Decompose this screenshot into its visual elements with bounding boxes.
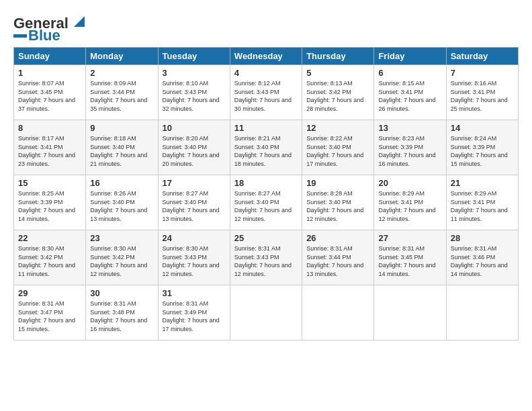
cell-sunrise: Sunrise: 8:16 AMSunset: 3:41 PMDaylight:…: [451, 80, 508, 112]
day-number: 19: [306, 178, 369, 188]
logo-blue: Blue: [28, 28, 60, 43]
day-number: 31: [163, 288, 226, 298]
day-number: 28: [451, 233, 514, 243]
day-number: 21: [451, 178, 514, 188]
calendar-cell: 18 Sunrise: 8:27 AMSunset: 3:40 PMDaylig…: [230, 175, 302, 230]
day-number: 2: [90, 68, 153, 78]
calendar-cell: 21 Sunrise: 8:29 AMSunset: 3:41 PMDaylig…: [446, 175, 518, 230]
day-number: 8: [18, 123, 81, 133]
cell-sunrise: Sunrise: 8:29 AMSunset: 3:41 PMDaylight:…: [378, 190, 435, 222]
calendar-cell: 11 Sunrise: 8:21 AMSunset: 3:40 PMDaylig…: [230, 120, 302, 175]
cell-sunrise: Sunrise: 8:29 AMSunset: 3:41 PMDaylight:…: [451, 190, 508, 222]
calendar-header-row: SundayMondayTuesdayWednesdayThursdayFrid…: [14, 48, 519, 65]
cell-sunrise: Sunrise: 8:07 AMSunset: 3:45 PMDaylight:…: [18, 80, 75, 112]
day-number: 11: [234, 123, 298, 133]
header: General Blue: [13, 12, 519, 43]
day-number: 26: [306, 233, 369, 243]
cell-sunrise: Sunrise: 8:31 AMSunset: 3:49 PMDaylight:…: [163, 300, 220, 332]
cell-sunrise: Sunrise: 8:21 AMSunset: 3:40 PMDaylight:…: [234, 135, 292, 167]
cell-sunrise: Sunrise: 8:12 AMSunset: 3:43 PMDaylight:…: [234, 80, 292, 112]
cell-sunrise: Sunrise: 8:13 AMSunset: 3:42 PMDaylight:…: [306, 80, 363, 112]
calendar-cell: 27 Sunrise: 8:31 AMSunset: 3:45 PMDaylig…: [374, 230, 446, 285]
cell-sunrise: Sunrise: 8:28 AMSunset: 3:40 PMDaylight:…: [306, 190, 363, 222]
calendar-cell: 19 Sunrise: 8:28 AMSunset: 3:40 PMDaylig…: [302, 175, 374, 230]
logo-bar: [13, 34, 27, 38]
calendar-cell: 6 Sunrise: 8:15 AMSunset: 3:41 PMDayligh…: [374, 65, 446, 120]
calendar-week-2: 8 Sunrise: 8:17 AMSunset: 3:41 PMDayligh…: [14, 120, 519, 175]
day-number: 16: [90, 178, 153, 188]
calendar-cell: [230, 285, 302, 340]
calendar-cell: 2 Sunrise: 8:09 AMSunset: 3:44 PMDayligh…: [86, 65, 158, 120]
cell-sunrise: Sunrise: 8:10 AMSunset: 3:43 PMDaylight:…: [163, 80, 220, 112]
day-number: 29: [18, 288, 81, 298]
calendar-cell: 15 Sunrise: 8:25 AMSunset: 3:39 PMDaylig…: [14, 175, 86, 230]
page: General Blue SundayMondayTuesdayWednesda…: [0, 0, 532, 347]
calendar-week-5: 29 Sunrise: 8:31 AMSunset: 3:47 PMDaylig…: [14, 285, 519, 340]
cell-sunrise: Sunrise: 8:30 AMSunset: 3:42 PMDaylight:…: [18, 245, 75, 277]
day-header-thursday: Thursday: [302, 48, 374, 65]
day-header-friday: Friday: [374, 48, 446, 65]
calendar-cell: 22 Sunrise: 8:30 AMSunset: 3:42 PMDaylig…: [14, 230, 86, 285]
day-header-wednesday: Wednesday: [230, 48, 302, 65]
calendar-cell: 7 Sunrise: 8:16 AMSunset: 3:41 PMDayligh…: [446, 65, 518, 120]
calendar-cell: 1 Sunrise: 8:07 AMSunset: 3:45 PMDayligh…: [14, 65, 86, 120]
calendar-week-1: 1 Sunrise: 8:07 AMSunset: 3:45 PMDayligh…: [14, 65, 519, 120]
calendar-cell: 23 Sunrise: 8:30 AMSunset: 3:42 PMDaylig…: [86, 230, 158, 285]
calendar-week-3: 15 Sunrise: 8:25 AMSunset: 3:39 PMDaylig…: [14, 175, 519, 230]
cell-sunrise: Sunrise: 8:27 AMSunset: 3:40 PMDaylight:…: [234, 190, 292, 222]
cell-sunrise: Sunrise: 8:31 AMSunset: 3:43 PMDaylight:…: [234, 245, 292, 277]
day-number: 23: [90, 233, 153, 243]
cell-sunrise: Sunrise: 8:25 AMSunset: 3:39 PMDaylight:…: [18, 190, 75, 222]
cell-sunrise: Sunrise: 8:26 AMSunset: 3:40 PMDaylight:…: [90, 190, 147, 222]
day-number: 12: [306, 123, 369, 133]
day-number: 9: [90, 123, 153, 133]
cell-sunrise: Sunrise: 8:22 AMSunset: 3:40 PMDaylight:…: [306, 135, 363, 167]
day-number: 25: [234, 233, 298, 243]
cell-sunrise: Sunrise: 8:30 AMSunset: 3:43 PMDaylight:…: [163, 245, 220, 277]
day-number: 6: [378, 68, 441, 78]
day-header-saturday: Saturday: [446, 48, 518, 65]
day-number: 4: [234, 68, 298, 78]
day-number: 3: [163, 68, 226, 78]
cell-sunrise: Sunrise: 8:20 AMSunset: 3:40 PMDaylight:…: [163, 135, 220, 167]
calendar-cell: 29 Sunrise: 8:31 AMSunset: 3:47 PMDaylig…: [14, 285, 86, 340]
cell-sunrise: Sunrise: 8:17 AMSunset: 3:41 PMDaylight:…: [18, 135, 75, 167]
calendar-cell: 12 Sunrise: 8:22 AMSunset: 3:40 PMDaylig…: [302, 120, 374, 175]
day-number: 10: [163, 123, 226, 133]
day-number: 13: [378, 123, 441, 133]
calendar-cell: 8 Sunrise: 8:17 AMSunset: 3:41 PMDayligh…: [14, 120, 86, 175]
calendar-cell: 24 Sunrise: 8:30 AMSunset: 3:43 PMDaylig…: [158, 230, 230, 285]
day-header-tuesday: Tuesday: [158, 48, 230, 65]
cell-sunrise: Sunrise: 8:23 AMSunset: 3:39 PMDaylight:…: [378, 135, 435, 167]
cell-sunrise: Sunrise: 8:27 AMSunset: 3:40 PMDaylight:…: [163, 190, 220, 222]
cell-sunrise: Sunrise: 8:15 AMSunset: 3:41 PMDaylight:…: [378, 80, 435, 112]
day-number: 1: [18, 68, 81, 78]
calendar-cell: 17 Sunrise: 8:27 AMSunset: 3:40 PMDaylig…: [158, 175, 230, 230]
calendar-table: SundayMondayTuesdayWednesdayThursdayFrid…: [13, 47, 519, 340]
calendar-cell: 9 Sunrise: 8:18 AMSunset: 3:40 PMDayligh…: [86, 120, 158, 175]
cell-sunrise: Sunrise: 8:31 AMSunset: 3:46 PMDaylight:…: [451, 245, 508, 277]
calendar-cell: [302, 285, 374, 340]
svg-marker-0: [74, 16, 85, 27]
cell-sunrise: Sunrise: 8:31 AMSunset: 3:44 PMDaylight:…: [306, 245, 363, 277]
day-number: 22: [18, 233, 81, 243]
day-header-monday: Monday: [86, 48, 158, 65]
cell-sunrise: Sunrise: 8:30 AMSunset: 3:42 PMDaylight:…: [90, 245, 147, 277]
day-number: 7: [451, 68, 514, 78]
calendar-cell: 13 Sunrise: 8:23 AMSunset: 3:39 PMDaylig…: [374, 120, 446, 175]
calendar-cell: 30 Sunrise: 8:31 AMSunset: 3:48 PMDaylig…: [86, 285, 158, 340]
cell-sunrise: Sunrise: 8:31 AMSunset: 3:45 PMDaylight:…: [378, 245, 435, 277]
calendar-cell: 26 Sunrise: 8:31 AMSunset: 3:44 PMDaylig…: [302, 230, 374, 285]
calendar-cell: 5 Sunrise: 8:13 AMSunset: 3:42 PMDayligh…: [302, 65, 374, 120]
day-number: 24: [163, 233, 226, 243]
calendar-cell: 16 Sunrise: 8:26 AMSunset: 3:40 PMDaylig…: [86, 175, 158, 230]
cell-sunrise: Sunrise: 8:18 AMSunset: 3:40 PMDaylight:…: [90, 135, 147, 167]
calendar-cell: 20 Sunrise: 8:29 AMSunset: 3:41 PMDaylig…: [374, 175, 446, 230]
calendar-cell: [446, 285, 518, 340]
day-number: 30: [90, 288, 153, 298]
day-number: 5: [306, 68, 369, 78]
day-number: 14: [451, 123, 514, 133]
day-number: 18: [234, 178, 298, 188]
calendar-cell: 4 Sunrise: 8:12 AMSunset: 3:43 PMDayligh…: [230, 65, 302, 120]
logo-icon: [70, 15, 85, 30]
